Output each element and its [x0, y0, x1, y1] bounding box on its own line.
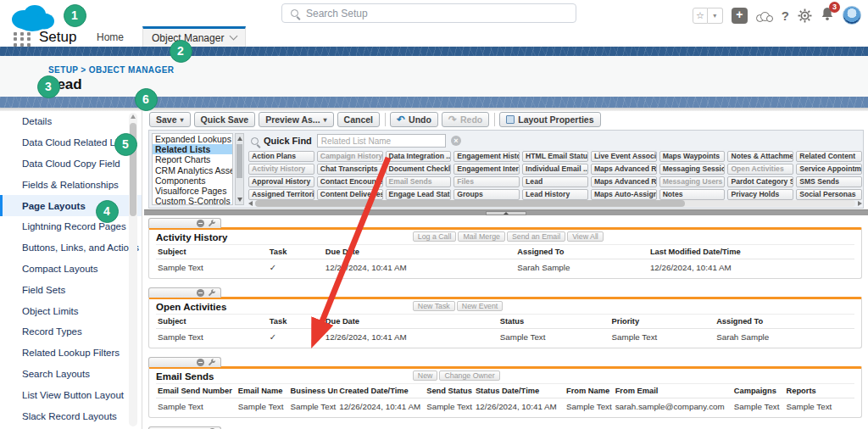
- sidebar-item-details[interactable]: Details: [0, 111, 142, 132]
- mail-merge-button[interactable]: Mail Merge: [458, 231, 505, 242]
- palette-item-maps-advanced-rou-[interactable]: Maps Advanced Rou...: [591, 164, 657, 175]
- palette-item-lead-history[interactable]: Lead History: [522, 189, 588, 200]
- sidebar-item-object-limits[interactable]: Object Limits: [0, 300, 142, 321]
- column-header: Last Modified Date/Time: [648, 245, 854, 259]
- wrench-icon[interactable]: [208, 359, 216, 367]
- sidebar-item-data-cloud-copy-field[interactable]: Data Cloud Copy Field: [0, 153, 142, 175]
- scroll-down-icon[interactable]: [237, 198, 242, 202]
- guidance-cloud-icon[interactable]: [756, 12, 773, 22]
- layout-palette: Expanded LookupsRelated ListsReport Char…: [148, 130, 864, 209]
- new-button[interactable]: New: [413, 370, 438, 381]
- palette-item-content-deliveries[interactable]: Content Deliveries: [317, 189, 383, 200]
- palette-category-scrollbar[interactable]: [235, 133, 244, 205]
- palette-item-notes-attachments[interactable]: Notes & Attachments: [727, 151, 793, 162]
- palette-category-report-charts[interactable]: Report Charts: [153, 154, 232, 164]
- remove-icon[interactable]: [197, 220, 204, 227]
- setup-search[interactable]: Search Setup: [281, 3, 576, 23]
- scrollbar-thumb[interactable]: [255, 200, 685, 207]
- scroll-up-icon[interactable]: [237, 136, 242, 141]
- palette-item-html-email-status[interactable]: HTML Email Status: [522, 151, 588, 162]
- palette-item-maps-advanced-rou-[interactable]: Maps Advanced Rou...: [591, 176, 657, 187]
- palette-item-engagement-intera-[interactable]: Engagement Intera...: [453, 164, 520, 175]
- palette-collapse-handle[interactable]: [486, 211, 526, 215]
- new-event-button[interactable]: New Event: [457, 301, 504, 311]
- sidebar-item-buttons-links-and-actions[interactable]: Buttons, Links, and Actions: [0, 237, 142, 259]
- sidebar-item-list-view-button-layout[interactable]: List View Button Layout: [0, 384, 142, 405]
- sidebar-scrollbar[interactable]: [129, 113, 137, 426]
- sidebar-item-fields-relationships[interactable]: Fields & Relationships: [0, 174, 142, 195]
- new-task-button[interactable]: New Task: [413, 301, 455, 311]
- palette-splitter: [144, 209, 868, 215]
- sidebar-item-page-layouts[interactable]: Page Layouts: [0, 195, 142, 216]
- palette-item-data-integration-[interactable]: Data Integration ...: [386, 151, 452, 162]
- tab-object-manager[interactable]: Object Manager: [142, 26, 246, 47]
- remove-icon[interactable]: [197, 289, 204, 297]
- preview-as--button[interactable]: Preview As...▾: [259, 112, 333, 127]
- log-a-call-button[interactable]: Log a Call: [413, 231, 457, 242]
- sidebar-item-search-layouts[interactable]: Search Layouts: [0, 364, 142, 385]
- remove-icon[interactable]: [197, 359, 204, 366]
- help-icon[interactable]: ?: [782, 8, 789, 23]
- palette-item-sms-sends[interactable]: SMS Sends: [796, 176, 862, 187]
- palette-item-live-event-associ-[interactable]: Live Event Associ...: [591, 151, 657, 162]
- palette-item-pardot-category-s-[interactable]: Pardot Category S...: [727, 176, 793, 187]
- palette-item-individual-email-[interactable]: Individual Email ...: [522, 164, 588, 175]
- palette-item-contact-encounters[interactable]: Contact Encounters: [317, 176, 383, 187]
- palette-item-document-checklis-[interactable]: Document Checklis...: [386, 164, 452, 175]
- favorites-star-icon[interactable]: ☆: [693, 8, 708, 24]
- palette-item-notes[interactable]: Notes: [659, 189, 726, 200]
- layout-properties-button[interactable]: Layout Properties: [499, 112, 600, 127]
- app-launcher-icon[interactable]: [14, 32, 32, 47]
- palette-item-assigned-territories[interactable]: Assigned Territories: [248, 189, 314, 200]
- palette-item-messaging-sessions[interactable]: Messaging Sessions: [659, 164, 726, 175]
- palette-item-privacy-holds[interactable]: Privacy Holds: [727, 189, 793, 200]
- scroll-left-icon[interactable]: [248, 201, 253, 206]
- change-owner-button[interactable]: Change Owner: [439, 370, 499, 381]
- sidebar-item-compact-layouts[interactable]: Compact Layouts: [0, 259, 142, 280]
- quick-find-input[interactable]: [317, 134, 446, 148]
- scroll-up-icon[interactable]: [131, 114, 136, 119]
- palette-item-action-plans[interactable]: Action Plans: [248, 151, 314, 162]
- favorites-caret-icon[interactable]: ▾: [708, 8, 723, 24]
- wrench-icon[interactable]: [208, 289, 216, 298]
- palette-item-lead[interactable]: Lead: [522, 176, 588, 187]
- sidebar-item-related-lookup-filters[interactable]: Related Lookup Filters: [0, 343, 142, 364]
- palette-category-crm-analytics-assets[interactable]: CRM Analytics Assets: [153, 165, 232, 176]
- palette-category-custom-s-controls[interactable]: Custom S-Controls: [153, 196, 232, 205]
- quick-save-button[interactable]: Quick Save: [194, 112, 256, 127]
- palette-item-related-content[interactable]: Related Content: [796, 151, 862, 162]
- palette-item-service-appointments[interactable]: Service Appointments: [796, 164, 862, 175]
- quick-add-icon[interactable]: +: [732, 8, 748, 24]
- palette-item-social-personas[interactable]: Social Personas: [796, 189, 862, 200]
- sidebar-item-field-sets[interactable]: Field Sets: [0, 279, 142, 300]
- tab-home[interactable]: Home: [97, 31, 124, 43]
- palette-horizontal-scrollbar[interactable]: [248, 200, 862, 208]
- palette-item-engage-lead-stats[interactable]: Engage Lead Stats: [386, 189, 452, 200]
- palette-item-groups[interactable]: Groups: [453, 189, 520, 200]
- view-all-button[interactable]: View All: [567, 231, 604, 242]
- undo-button[interactable]: ↶Undo: [390, 112, 438, 127]
- breadcrumb[interactable]: SETUP > OBJECT MANAGER: [48, 65, 174, 75]
- cancel-button[interactable]: Cancel: [337, 112, 380, 127]
- clear-icon[interactable]: ×: [451, 136, 461, 146]
- notifications-control[interactable]: 3: [821, 7, 834, 25]
- palette-item-engagement-history[interactable]: Engagement History: [453, 151, 520, 162]
- scroll-right-icon[interactable]: [858, 201, 862, 206]
- palette-item-chat-transcripts[interactable]: Chat Transcripts: [317, 164, 383, 175]
- palette-category-components[interactable]: Components: [153, 176, 232, 186]
- palette-item-approval-history[interactable]: Approval History: [248, 176, 314, 187]
- send-an-email-button[interactable]: Send an Email: [507, 231, 565, 242]
- avatar[interactable]: [843, 6, 861, 25]
- palette-category-visualforce-pages[interactable]: Visualforce Pages: [153, 186, 232, 196]
- save-button[interactable]: Save▾: [149, 112, 191, 127]
- palette-category-expanded-lookups[interactable]: Expanded Lookups: [153, 134, 232, 144]
- wrench-icon[interactable]: [208, 220, 216, 228]
- palette-category-related-lists[interactable]: Related Lists: [153, 144, 232, 154]
- palette-item-maps-auto-assignm-[interactable]: Maps Auto-Assignm...: [591, 189, 657, 200]
- scrollbar-thumb[interactable]: [236, 144, 242, 178]
- setup-gear-icon[interactable]: [798, 8, 812, 23]
- palette-item-maps-waypoints[interactable]: Maps Waypoints: [659, 151, 726, 162]
- sidebar-item-record-types[interactable]: Record Types: [0, 321, 142, 343]
- sidebar-item-slack-record-layouts[interactable]: Slack Record Layouts: [0, 405, 142, 426]
- sidebar-item-lightning-record-pages[interactable]: Lightning Record Pages: [0, 216, 142, 237]
